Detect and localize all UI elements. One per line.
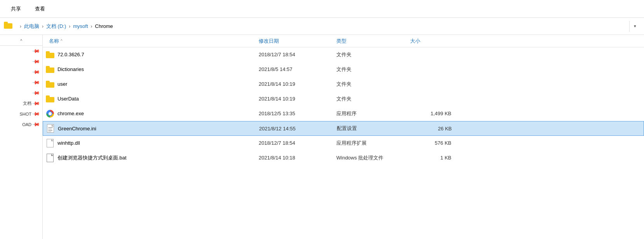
- file-date: 2018/12/5 13:35: [256, 111, 333, 116]
- file-name-cell: winhttp.dll: [46, 139, 256, 147]
- file-size: 1 KB: [407, 155, 458, 161]
- breadcrumb-this-pc[interactable]: 此电脑: [23, 23, 40, 30]
- table-row[interactable]: winhttp.dll 2018/12/7 18:54 应用程序扩展 576 K…: [43, 136, 644, 151]
- sort-icon: ^: [61, 39, 63, 43]
- sidebar-item-oad[interactable]: OAD 📌: [0, 119, 42, 130]
- sidebar-item-shot[interactable]: SHOT 📌: [0, 109, 42, 119]
- file-date: 2018/12/7 18:54: [256, 140, 333, 146]
- table-row[interactable]: GreenChrome.ini 2021/8/12 14:55 配置设置 26 …: [43, 121, 644, 136]
- pin-icon: 📌: [32, 57, 40, 66]
- sidebar: ^ 📌 📌 📌 📌 📌 文档 📌 SHOT: [0, 35, 43, 239]
- file-type: 配置设置: [334, 125, 407, 132]
- breadcrumb-sep-0: ›: [20, 24, 21, 29]
- col-name-label: 名称: [49, 38, 59, 45]
- file-name: Dictionaries: [57, 66, 84, 72]
- ini-icon: [46, 124, 55, 133]
- column-headers: 名称 ^ 修改日期 类型 大小: [43, 35, 644, 47]
- file-name: 创建浏览器快捷方式到桌面.bat: [57, 154, 127, 161]
- folder-icon: [46, 65, 54, 74]
- toolbar: 共享 查看: [0, 0, 644, 18]
- sidebar-item-pin-3[interactable]: 📌: [0, 67, 42, 77]
- file-type: 文件夹: [333, 51, 407, 58]
- sidebar-item-docs[interactable]: 文档 📌: [0, 98, 42, 109]
- breadcrumb-sep-2: ›: [69, 24, 70, 29]
- pin-icon: 📌: [32, 89, 40, 97]
- sidebar-oad-label: OAD: [22, 122, 31, 127]
- breadcrumb-sep-1: ›: [42, 24, 44, 29]
- file-name-cell: 72.0.3626.7: [46, 50, 256, 59]
- file-type: 应用程序扩展: [333, 140, 407, 147]
- addressbar-folder-icon: [4, 22, 13, 31]
- sidebar-item-pin-5[interactable]: 📌: [0, 88, 42, 98]
- chrome-icon: [46, 109, 54, 118]
- file-list: 72.0.3626.7 2018/12/7 18:54 文件夹 Dictiona…: [43, 47, 644, 239]
- sidebar-scroll-up[interactable]: ^: [0, 36, 42, 46]
- file-date: 2018/12/7 18:54: [256, 52, 333, 57]
- breadcrumb-sep-3: ›: [91, 24, 92, 29]
- main-layout: ^ 📌 📌 📌 📌 📌 文档 📌 SHOT: [0, 35, 644, 239]
- breadcrumb-chrome: Chrome: [94, 23, 114, 29]
- file-date: 2021/8/14 10:19: [256, 81, 333, 87]
- breadcrumb-drive[interactable]: 文档 (D:): [45, 23, 67, 30]
- file-name-cell: user: [46, 80, 256, 88]
- table-row[interactable]: user 2021/8/14 10:19 文件夹: [43, 77, 644, 92]
- sidebar-item-pin-1[interactable]: 📌: [0, 46, 42, 56]
- table-row[interactable]: UserData 2021/8/14 10:19 文件夹: [43, 92, 644, 106]
- table-row[interactable]: Dictionaries 2021/8/5 14:57 文件夹: [43, 62, 644, 77]
- pin-icon: 📌: [32, 68, 40, 76]
- file-name: chrome.exe: [57, 111, 84, 116]
- file-type: Windows 批处理文件: [333, 154, 407, 161]
- file-date: 2021/8/14 10:18: [256, 155, 333, 161]
- dll-icon: [46, 139, 54, 147]
- file-name: 72.0.3626.7: [57, 52, 84, 57]
- view-button[interactable]: 查看: [29, 3, 51, 15]
- folder-icon: [46, 95, 54, 103]
- file-area: 名称 ^ 修改日期 类型 大小 72.0.3626.7 2018/12/7 18…: [43, 35, 644, 239]
- file-size: 576 KB: [407, 140, 458, 146]
- bat-icon: [46, 154, 54, 162]
- file-name: user: [57, 81, 67, 87]
- addressbar-dropdown-button[interactable]: ▾: [629, 21, 640, 32]
- file-name-cell: UserData: [46, 95, 256, 103]
- sidebar-items: 📌 📌 📌 📌 📌 文档 📌 SHOT 📌 O: [0, 46, 42, 239]
- file-type: 文件夹: [333, 95, 407, 102]
- col-size-header[interactable]: 大小: [407, 36, 458, 46]
- file-name-cell: 创建浏览器快捷方式到桌面.bat: [46, 154, 256, 162]
- pin-icon: 📌: [32, 120, 40, 129]
- file-name: GreenChrome.ini: [58, 126, 96, 132]
- file-date: 2021/8/14 10:19: [256, 96, 333, 102]
- table-row[interactable]: 72.0.3626.7 2018/12/7 18:54 文件夹: [43, 47, 644, 62]
- table-row[interactable]: chrome.exe 2018/12/5 13:35 应用程序 1,499 KB: [43, 106, 644, 121]
- folder-icon: [46, 80, 54, 88]
- file-name-cell: Dictionaries: [46, 65, 256, 74]
- file-date: 2021/8/5 14:57: [256, 66, 333, 72]
- file-name: winhttp.dll: [57, 140, 80, 146]
- col-name-header[interactable]: 名称 ^: [46, 36, 256, 46]
- sidebar-item-pin-2[interactable]: 📌: [0, 56, 42, 67]
- pin-icon: 📌: [32, 110, 40, 118]
- breadcrumb: › 此电脑 › 文档 (D:) › mysoft › Chrome: [15, 21, 628, 32]
- pin-icon: 📌: [32, 78, 40, 87]
- file-size: 1,499 KB: [407, 111, 458, 116]
- sidebar-docs-label: 文档: [23, 100, 31, 106]
- addressbar: › 此电脑 › 文档 (D:) › mysoft › Chrome ▾: [0, 18, 644, 35]
- file-type: 文件夹: [333, 81, 407, 88]
- table-row[interactable]: 创建浏览器快捷方式到桌面.bat 2021/8/14 10:18 Windows…: [43, 151, 644, 165]
- col-date-header[interactable]: 修改日期: [256, 36, 333, 46]
- file-name-cell: GreenChrome.ini: [46, 124, 256, 133]
- file-type: 文件夹: [333, 66, 407, 73]
- file-type: 应用程序: [333, 110, 407, 117]
- file-size: 26 KB: [407, 126, 458, 132]
- sidebar-shot-label: SHOT: [19, 112, 31, 116]
- file-name: UserData: [57, 96, 79, 102]
- file-name-cell: chrome.exe: [46, 109, 256, 118]
- pin-icon: 📌: [32, 99, 40, 108]
- share-button[interactable]: 共享: [5, 3, 27, 15]
- col-type-header[interactable]: 类型: [333, 36, 407, 46]
- sidebar-item-pin-4[interactable]: 📌: [0, 77, 42, 88]
- folder-icon: [46, 50, 54, 59]
- file-date: 2021/8/12 14:55: [256, 126, 334, 132]
- breadcrumb-mysoft[interactable]: mysoft: [72, 23, 89, 29]
- pin-icon: 📌: [32, 47, 40, 55]
